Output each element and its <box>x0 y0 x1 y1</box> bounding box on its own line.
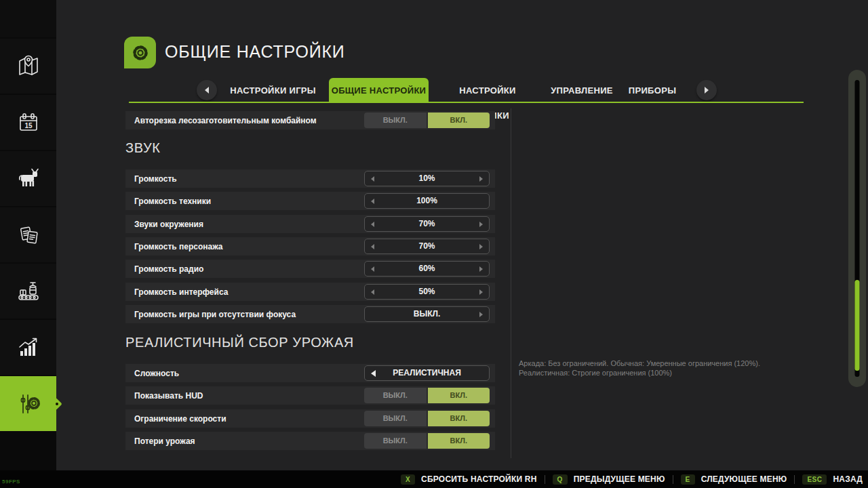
scrollbar-track[interactable] <box>855 80 860 377</box>
setting-label: Громкость радио <box>134 264 203 274</box>
increase-arrow-icon[interactable] <box>479 266 483 272</box>
setting-label: Громкость интерфейса <box>134 287 228 297</box>
settings-screen: 15 <box>0 0 868 488</box>
toggle-on-button[interactable]: ВКЛ. <box>428 411 490 426</box>
selector-value: 70% <box>365 217 489 231</box>
setting-label: Ограничение скорости <box>134 414 226 424</box>
increase-arrow-icon[interactable] <box>479 312 483 317</box>
contracts-icon <box>14 221 43 249</box>
increase-arrow-icon[interactable] <box>479 289 483 295</box>
value-selector: 70% <box>364 216 490 232</box>
setting-row-autocut: Авторезка лесозаготовительным комбайном … <box>125 111 495 129</box>
scrollbar <box>848 70 866 387</box>
value-selector: ВЫКЛ. <box>364 306 490 322</box>
selector-value: 70% <box>365 239 489 253</box>
toggle-off-button[interactable]: ВЫКЛ. <box>364 411 427 426</box>
description-line-1: Аркада: Без ограничений. Обычная: Умерен… <box>519 359 810 369</box>
svg-text:15: 15 <box>24 122 33 129</box>
page-title: ОБЩИЕ НАСТРОЙКИ <box>165 42 345 62</box>
toggle-off-button[interactable]: ВЫКЛ. <box>364 113 427 128</box>
toggle-on-button[interactable]: ВКЛ. <box>428 113 490 128</box>
setting-label: Показывать HUD <box>134 391 203 401</box>
back-label[interactable]: НАЗАД <box>833 474 863 484</box>
selector-value: РЕАЛИСТИЧНАЯ <box>365 366 489 380</box>
setting-row-focus-loss-volume: Громкость игры при отсутствии фокуса ВЫК… <box>125 305 495 323</box>
scrollbar-thumb[interactable] <box>855 280 860 371</box>
sidebar-item-map[interactable] <box>0 39 56 94</box>
previous-menu-label[interactable]: ПРЕДЫДУЩЕЕ МЕНЮ <box>574 474 665 484</box>
value-selector: 70% <box>364 239 490 254</box>
reset-settings-label[interactable]: СБРОСИТЬ НАСТРОЙКИ RH <box>421 474 536 484</box>
sidebar-item-calendar[interactable]: 15 <box>0 95 56 150</box>
statistics-icon <box>14 333 43 362</box>
key-badge-x[interactable]: X <box>401 474 415 485</box>
setting-row-ambient-sounds: Звуки окружения 70% <box>125 215 495 233</box>
calendar-icon: 15 <box>14 108 43 137</box>
toggle-control: ВЫКЛ. ВКЛ. <box>364 113 490 128</box>
sidebar-item-settings-active[interactable] <box>0 376 56 431</box>
selector-value: ВЫКЛ. <box>365 307 489 321</box>
value-selector: 60% <box>364 261 490 277</box>
tabs-prev-button[interactable] <box>197 80 217 100</box>
tab-game-settings[interactable]: НАСТРОЙКИ ИГРЫ <box>224 78 322 103</box>
tab-devices[interactable]: ПРИБОРЫ <box>614 78 691 103</box>
value-selector: 10% <box>364 171 490 186</box>
description-line-2: Реалистичная: Строгие ограничения (100%) <box>519 369 810 378</box>
setting-label: Громкость персонажа <box>134 242 223 251</box>
setting-row-show-hud: Показывать HUD ВЫКЛ. ВКЛ. <box>125 386 495 405</box>
selector-value: 50% <box>365 285 489 299</box>
toggle-off-button[interactable]: ВЫКЛ. <box>364 433 427 449</box>
footer-separator <box>545 475 545 484</box>
fps-counter: 59FPS <box>2 479 20 485</box>
tabs-next-button[interactable] <box>696 80 717 100</box>
increase-arrow-icon[interactable] <box>479 176 483 182</box>
tab-general-settings[interactable]: ОБЩИЕ НАСТРОЙКИ <box>329 78 429 103</box>
tab-graphics-settings[interactable]: НАСТРОЙКИ ГРАФИКИ <box>437 78 538 103</box>
key-badge-e[interactable]: E <box>681 474 695 485</box>
sidebar-item-animals[interactable] <box>0 151 56 206</box>
setting-label: Авторезка лесозаготовительным комбайном <box>134 116 317 125</box>
increase-arrow-icon[interactable] <box>479 244 483 249</box>
setting-row-vehicle-volume: Громкость техники 100% <box>125 192 495 210</box>
cow-icon <box>14 165 43 193</box>
setting-label: Громкость игры при отсутствии фокуса <box>134 310 296 319</box>
increase-arrow-icon[interactable] <box>479 222 483 227</box>
selector-value: 10% <box>365 171 489 186</box>
setting-row-crop-losses: Потери урожая ВЫКЛ. ВКЛ. <box>125 432 495 450</box>
tab-controls[interactable]: УПРАВЛЕНИЕ <box>539 78 625 103</box>
toggle-on-button[interactable]: ВКЛ. <box>428 433 490 449</box>
toggle-control: ВЫКЛ. ВКЛ. <box>364 388 490 403</box>
bottom-help-bar: X СБРОСИТЬ НАСТРОЙКИ RH Q ПРЕДЫДУЩЕЕ МЕН… <box>0 470 868 488</box>
footer-separator <box>673 475 673 484</box>
next-menu-label[interactable]: СЛЕДУЮЩЕЕ МЕНЮ <box>701 474 787 484</box>
value-selector: 50% <box>364 284 490 300</box>
setting-label: Громкость <box>134 174 177 184</box>
key-badge-esc[interactable]: ESC <box>802 474 827 485</box>
setting-row-difficulty: Сложность РЕАЛИСТИЧНАЯ <box>125 364 495 382</box>
setting-row-character-volume: Громкость персонажа 70% <box>125 237 495 256</box>
key-badge-q[interactable]: Q <box>553 474 568 485</box>
toggle-control: ВЫКЛ. ВКЛ. <box>364 433 490 449</box>
setting-label: Звуки окружения <box>134 220 203 229</box>
panel-divider <box>511 108 511 458</box>
chevron-right-icon <box>705 87 709 94</box>
value-selector: РЕАЛИСТИЧНАЯ <box>364 365 490 381</box>
section-title-sound: ЗВУК <box>125 140 161 156</box>
sidebar-item-statistics[interactable] <box>0 320 56 375</box>
toggle-on-button[interactable]: ВКЛ. <box>428 388 490 403</box>
setting-label: Потери урожая <box>134 436 195 446</box>
sidebar-item-production[interactable] <box>0 264 56 319</box>
toggle-control: ВЫКЛ. ВКЛ. <box>364 411 490 426</box>
chevron-left-icon <box>205 87 209 94</box>
setting-row-radio-volume: Громкость радио 60% <box>125 260 495 278</box>
toggle-off-button[interactable]: ВЫКЛ. <box>364 388 427 403</box>
section-title-harvest: РЕАЛИСТИЧНЫЙ СБОР УРОЖАЯ <box>125 335 354 350</box>
setting-description: Аркада: Без ограничений. Обычная: Умерен… <box>519 359 810 378</box>
page-icon-tile <box>124 37 156 68</box>
production-icon <box>14 277 43 306</box>
tab-underline <box>129 102 804 103</box>
value-selector: 100% <box>364 193 490 209</box>
sidebar-item-contracts[interactable] <box>0 207 56 262</box>
setting-row-speed-limit: Ограничение скорости ВЫКЛ. ВКЛ. <box>125 409 495 428</box>
settings-sliders-gear-icon <box>14 390 43 418</box>
